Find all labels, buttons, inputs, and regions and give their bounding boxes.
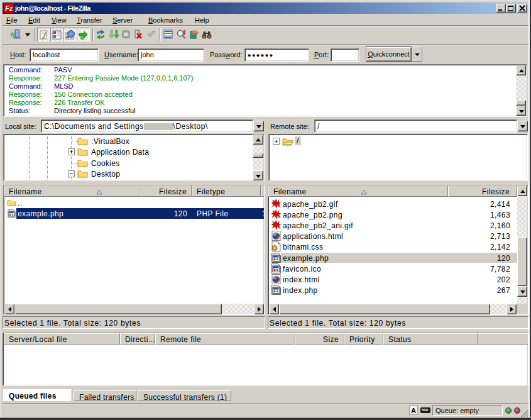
svg-text:Fz: Fz [5, 4, 13, 12]
